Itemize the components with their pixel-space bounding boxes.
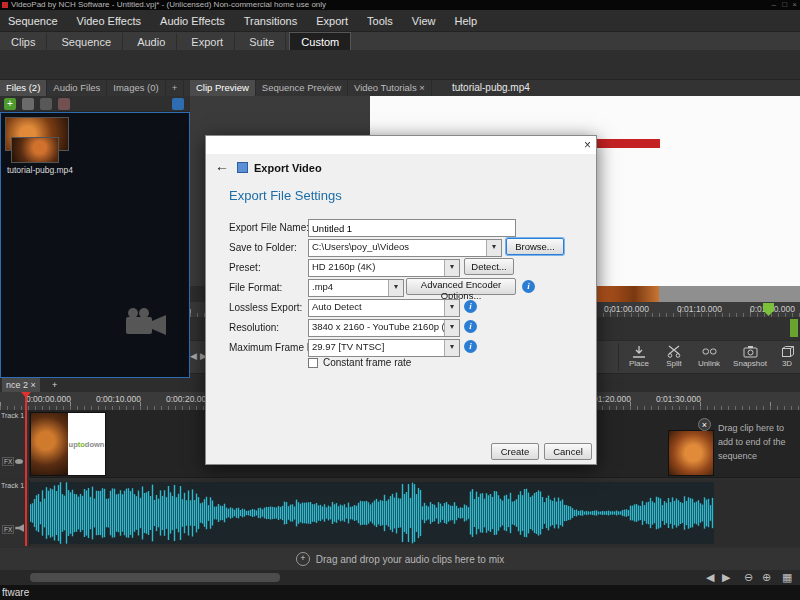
- minimize-icon[interactable]: –: [772, 0, 776, 10]
- back-arrow-icon[interactable]: ←: [215, 158, 229, 174]
- ruler-label: 0:00:10.000: [96, 394, 141, 404]
- add-tab-button[interactable]: +: [166, 80, 185, 96]
- lossless-export-select[interactable]: Auto Detect▾: [308, 299, 460, 317]
- field-label: Save to Folder:: [229, 242, 297, 253]
- export-video-dialog: × ← Export Video Export File Settings Ex…: [205, 135, 597, 465]
- save-to-folder-select[interactable]: C:\Users\poy_u\Videos▾: [308, 239, 502, 257]
- green-marker-icon[interactable]: [763, 303, 774, 316]
- export-icon: [237, 162, 248, 173]
- advanced-encoder-options-button[interactable]: Advanced Encoder Options...: [406, 278, 516, 295]
- fit-timeline-icon[interactable]: ▦: [782, 570, 792, 585]
- tab-sequence[interactable]: Sequence: [51, 33, 124, 51]
- tab-export[interactable]: Export: [180, 33, 235, 51]
- info-icon[interactable]: i: [464, 340, 477, 353]
- max-frame-rate-select[interactable]: 29.97 [TV NTSC]▾: [308, 339, 460, 357]
- chevron-down-icon: ▾: [444, 340, 459, 356]
- file-thumbnail[interactable]: [11, 137, 59, 163]
- unlink-button[interactable]: Unlink: [692, 343, 726, 373]
- fx-icon[interactable]: FX: [2, 457, 14, 466]
- eye-icon[interactable]: [15, 459, 23, 464]
- preset-select[interactable]: HD 2160p (4K)▾: [308, 259, 460, 277]
- info-icon[interactable]: i: [464, 300, 477, 313]
- create-button[interactable]: Create: [491, 443, 539, 460]
- maximize-icon[interactable]: □: [782, 0, 787, 10]
- zoom-in-icon[interactable]: ⊕: [762, 570, 771, 585]
- tab-sequence-2[interactable]: nce 2 ×: [2, 378, 40, 392]
- audio-drop-hint: + Drag and drop your audio clips here to…: [0, 548, 800, 570]
- ruler-label: 0:00:00.000: [26, 394, 71, 404]
- speaker-icon[interactable]: [15, 524, 24, 532]
- statusbar-text: ftware: [0, 587, 29, 598]
- ribbon-body: [0, 50, 800, 80]
- preview-content-bar: [597, 139, 660, 148]
- file-format-select[interactable]: .mp4▾: [308, 279, 404, 297]
- remove-clip-icon[interactable]: ×: [698, 418, 711, 431]
- place-button[interactable]: Place: [622, 343, 656, 373]
- audio-waveform[interactable]: [30, 482, 714, 544]
- add-sequence-button[interactable]: +: [52, 378, 57, 392]
- trash-icon[interactable]: [58, 98, 70, 110]
- ruler-label: 0:01:00.000: [604, 304, 649, 314]
- menu-item-export[interactable]: Export: [308, 10, 356, 32]
- field-label: Export File Name:: [229, 222, 309, 233]
- browse-button[interactable]: Browse...: [506, 238, 564, 255]
- split-button[interactable]: Split: [658, 343, 690, 373]
- file-name[interactable]: tutorial-pubg.mp4: [1, 165, 79, 175]
- menu-item-view[interactable]: View: [404, 10, 444, 32]
- menu-item-tools[interactable]: Tools: [359, 10, 401, 32]
- files-panel-tabs: Files (2)Audio FilesImages (0)+: [0, 80, 190, 96]
- playhead[interactable]: [25, 392, 27, 546]
- clapper-icon[interactable]: [22, 98, 34, 110]
- close-tab-icon[interactable]: ×: [31, 380, 36, 390]
- tab-clips[interactable]: Clips: [0, 33, 47, 51]
- pan-left-icon[interactable]: ◀: [706, 570, 714, 585]
- dialog-titlebar[interactable]: [206, 136, 596, 154]
- files-toolbar: +: [0, 96, 190, 112]
- unlink-icon: [702, 345, 717, 358]
- tab-images[interactable]: Images (0): [107, 80, 165, 96]
- info-icon[interactable]: i: [464, 320, 477, 333]
- add-file-icon[interactable]: +: [4, 98, 16, 110]
- menu-item-help[interactable]: Help: [447, 10, 486, 32]
- tab-clip-preview[interactable]: Clip Preview: [190, 80, 256, 96]
- menu-item-audio-effects[interactable]: Audio Effects: [152, 10, 233, 32]
- cancel-button[interactable]: Cancel: [544, 443, 592, 460]
- add-audio-icon: +: [296, 552, 310, 566]
- clip-thumbnail: uptodown: [68, 413, 105, 475]
- pan-right-icon[interactable]: ▶: [722, 570, 730, 585]
- audio-track[interactable]: [30, 480, 800, 546]
- skip-previous-icon[interactable]: ◀: [190, 351, 197, 361]
- dialog-close-icon[interactable]: ×: [584, 138, 591, 152]
- sequence-filmstrip-clip[interactable]: [597, 286, 659, 302]
- zoom-out-icon[interactable]: ⊖: [744, 570, 753, 585]
- video-clip[interactable]: uptodown: [30, 412, 106, 476]
- constant-frame-rate-checkbox[interactable]: [308, 358, 318, 368]
- info-icon[interactable]: i: [522, 280, 535, 293]
- export-file-name-input[interactable]: [308, 219, 516, 237]
- fx-icon[interactable]: FX: [2, 525, 14, 534]
- tab-audio-files[interactable]: Audio Files: [47, 80, 107, 96]
- tab-audio[interactable]: Audio: [126, 33, 177, 51]
- menu-item-transitions[interactable]: Transitions: [236, 10, 305, 32]
- field-label: Resolution:: [229, 322, 279, 333]
- tab-video-tutorials[interactable]: Video Tutorials ×: [348, 80, 432, 96]
- video-drop-hint: Drag clip here to add to end of the sequ…: [718, 422, 798, 474]
- 3d-button[interactable]: 3D: [774, 343, 800, 373]
- close-tab-icon[interactable]: ×: [419, 82, 425, 93]
- green-marker-icon: [790, 319, 798, 337]
- tab-custom[interactable]: Custom: [289, 32, 351, 52]
- scrollbar-thumb[interactable]: [30, 573, 280, 582]
- monitor-icon[interactable]: [172, 98, 184, 110]
- tab-sequence-preview[interactable]: Sequence Preview: [256, 80, 348, 96]
- snapshot-button[interactable]: Snapshot: [728, 343, 772, 373]
- menu-item-sequence[interactable]: Sequence: [0, 10, 66, 32]
- tab-suite[interactable]: Suite: [238, 33, 286, 51]
- resolution-select[interactable]: 3840 x 2160 - YouTube 2160p (4K)▾: [308, 319, 460, 337]
- grid-view-icon[interactable]: [40, 98, 52, 110]
- chevron-down-icon: ▾: [486, 240, 501, 256]
- menu-item-video-effects[interactable]: Video Effects: [69, 10, 149, 32]
- tab-files[interactable]: Files (2): [0, 80, 47, 96]
- detect-button[interactable]: Detect...: [464, 258, 514, 275]
- close-icon[interactable]: ×: [792, 0, 797, 10]
- video-clip[interactable]: [668, 430, 714, 476]
